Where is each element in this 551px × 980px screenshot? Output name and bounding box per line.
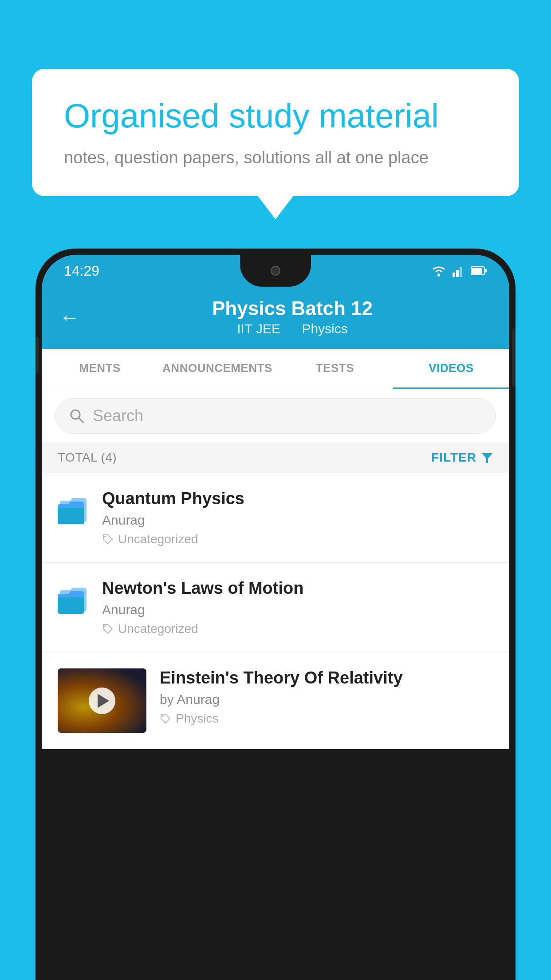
search-placeholder: Search: [93, 407, 143, 425]
wifi-icon: [431, 265, 446, 277]
filter-button[interactable]: FILTER: [431, 450, 493, 465]
app-header: ← Physics Batch 12 IIT JEE Physics: [42, 287, 509, 349]
video-info: Quantum Physics Anurag Uncategorized: [102, 489, 493, 546]
batch-title: Physics Batch 12: [93, 297, 492, 320]
notch: [240, 255, 311, 287]
status-time: 14:29: [64, 263, 99, 279]
svg-rect-6: [485, 269, 487, 273]
tab-ments[interactable]: MENTS: [42, 349, 158, 389]
svg-point-15: [104, 625, 106, 627]
tag-icon: [160, 713, 171, 724]
video-author: by Anurag: [160, 692, 493, 707]
folder-icon-wrap: [58, 491, 89, 528]
video-title: Einstein's Theory Of Relativity: [160, 668, 493, 688]
tab-tests[interactable]: TESTS: [277, 349, 393, 389]
search-bar[interactable]: Search: [55, 398, 496, 434]
phone-power-button: [512, 328, 516, 386]
phone-volume-button: [35, 337, 39, 373]
svg-point-16: [162, 715, 164, 717]
folder-icon: [58, 581, 89, 616]
tag-icon: [102, 533, 114, 545]
video-tag: Physics: [160, 711, 493, 726]
svg-point-0: [437, 274, 440, 277]
tag-icon: [102, 623, 114, 635]
svg-rect-2: [456, 270, 459, 277]
speech-bubble-wrapper: Organised study material notes, question…: [32, 69, 519, 196]
svg-rect-1: [453, 273, 455, 277]
play-button[interactable]: [89, 688, 115, 714]
bubble-title: Organised study material: [64, 95, 487, 136]
svg-rect-3: [460, 267, 462, 277]
folder-icon-wrap: [58, 581, 89, 618]
video-author: Anurag: [102, 513, 493, 528]
header-title-section: Physics Batch 12 IIT JEE Physics: [93, 297, 492, 336]
status-bar: 14:29: [42, 255, 509, 287]
speech-bubble: Organised study material notes, question…: [32, 69, 519, 196]
svg-line-8: [79, 418, 83, 423]
svg-point-12: [104, 536, 106, 537]
folder-icon: [58, 491, 89, 526]
search-bar-container: Search: [42, 389, 509, 443]
phone-screen: 14:29: [42, 255, 509, 980]
batch-subtitle: IIT JEE Physics: [93, 321, 492, 336]
back-button[interactable]: ←: [59, 305, 80, 329]
subtitle-iitjee: IIT JEE: [237, 321, 280, 336]
svg-marker-9: [482, 453, 492, 463]
signal-icon: [453, 265, 465, 277]
camera-dot: [271, 266, 280, 276]
tab-videos[interactable]: VIDEOS: [393, 349, 509, 389]
svg-rect-5: [472, 268, 482, 274]
video-thumbnail: [58, 668, 146, 733]
phone-frame: 14:29: [35, 249, 516, 980]
video-author: Anurag: [102, 602, 493, 617]
search-icon: [69, 408, 85, 424]
list-item[interactable]: Newton's Laws of Motion Anurag Uncategor…: [42, 563, 509, 652]
video-title: Quantum Physics: [102, 489, 493, 508]
video-tag: Uncategorized: [102, 532, 493, 546]
list-item[interactable]: Einstein's Theory Of Relativity by Anura…: [42, 652, 509, 749]
video-info: Newton's Laws of Motion Anurag Uncategor…: [102, 579, 493, 636]
play-triangle-icon: [98, 694, 109, 708]
video-info: Einstein's Theory Of Relativity by Anura…: [160, 668, 493, 726]
subtitle-physics: Physics: [302, 321, 347, 336]
video-tag: Uncategorized: [102, 622, 493, 636]
list-item[interactable]: Quantum Physics Anurag Uncategorized: [42, 473, 509, 563]
status-icons: [431, 265, 487, 277]
filter-icon: [481, 451, 493, 464]
video-title: Newton's Laws of Motion: [102, 579, 493, 598]
tab-bar: MENTS ANNOUNCEMENTS TESTS VIDEOS: [42, 349, 509, 389]
tab-announcements[interactable]: ANNOUNCEMENTS: [158, 349, 277, 389]
video-list: Quantum Physics Anurag Uncategorized: [42, 473, 509, 749]
filter-bar: TOTAL (4) FILTER: [42, 443, 509, 473]
bubble-subtitle: notes, question papers, solutions all at…: [64, 148, 487, 167]
total-label: TOTAL (4): [58, 450, 117, 465]
battery-icon: [471, 266, 487, 276]
